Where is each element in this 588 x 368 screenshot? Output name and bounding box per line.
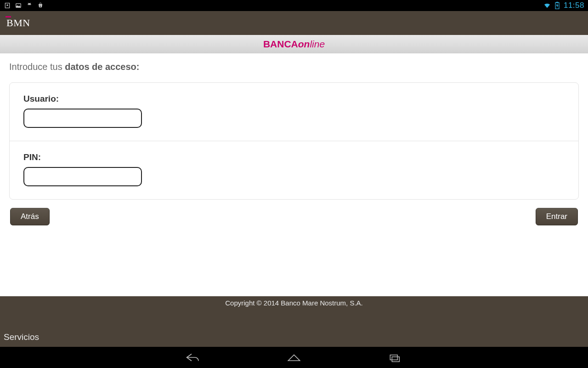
battery-charging-icon bbox=[554, 2, 561, 9]
button-row: Atrás Entrar bbox=[9, 208, 579, 225]
intro-text: Introduce tus datos de acceso: bbox=[9, 62, 579, 72]
user-label: Usuario: bbox=[23, 94, 565, 104]
intro-prefix: Introduce tus bbox=[9, 62, 65, 72]
login-form: Usuario: PIN: bbox=[9, 82, 579, 200]
footer-spacer bbox=[0, 309, 588, 328]
nav-bar bbox=[0, 347, 588, 368]
pin-row: PIN: bbox=[10, 141, 578, 199]
svg-point-3 bbox=[30, 4, 30, 5]
user-input[interactable] bbox=[23, 109, 142, 128]
svg-line-5 bbox=[30, 3, 31, 4]
wifi-icon bbox=[543, 2, 551, 9]
app-logo: BMN bbox=[6, 17, 30, 29]
main-content: Introduce tus datos de acceso: Usuario: … bbox=[0, 53, 588, 296]
status-bar: 11:58 bbox=[0, 0, 588, 11]
android-icon bbox=[26, 2, 33, 9]
svg-rect-7 bbox=[556, 2, 558, 3]
services-label: Servicios bbox=[4, 332, 39, 342]
play-store-icon bbox=[37, 2, 44, 9]
app-header: BMN bbox=[0, 11, 588, 35]
enter-button[interactable]: Entrar bbox=[536, 208, 578, 225]
services-row[interactable]: Servicios bbox=[0, 328, 588, 347]
pin-label: PIN: bbox=[23, 152, 565, 162]
banner-line: line bbox=[310, 39, 325, 49]
status-clock: 11:58 bbox=[564, 1, 584, 10]
home-icon[interactable] bbox=[285, 351, 303, 364]
image-icon bbox=[15, 2, 22, 9]
svg-rect-9 bbox=[392, 357, 399, 362]
intro-bold: datos de acceso: bbox=[65, 62, 139, 72]
footer-copyright: Copyright © 2014 Banco Mare Nostrum, S.A… bbox=[0, 296, 588, 309]
recent-apps-icon[interactable] bbox=[386, 351, 404, 364]
banner-prefix: BANCA bbox=[263, 39, 298, 49]
banner-on: on bbox=[298, 39, 310, 49]
back-icon[interactable] bbox=[184, 351, 202, 364]
svg-point-2 bbox=[28, 4, 29, 5]
back-button[interactable]: Atrás bbox=[10, 208, 50, 225]
user-row: Usuario: bbox=[10, 83, 578, 141]
banner: BANCAonline bbox=[0, 35, 588, 53]
banner-brand: BANCAonline bbox=[263, 39, 325, 50]
download-icon bbox=[4, 2, 11, 9]
pin-input[interactable] bbox=[23, 167, 142, 186]
svg-line-4 bbox=[28, 3, 28, 4]
svg-rect-8 bbox=[390, 355, 397, 360]
